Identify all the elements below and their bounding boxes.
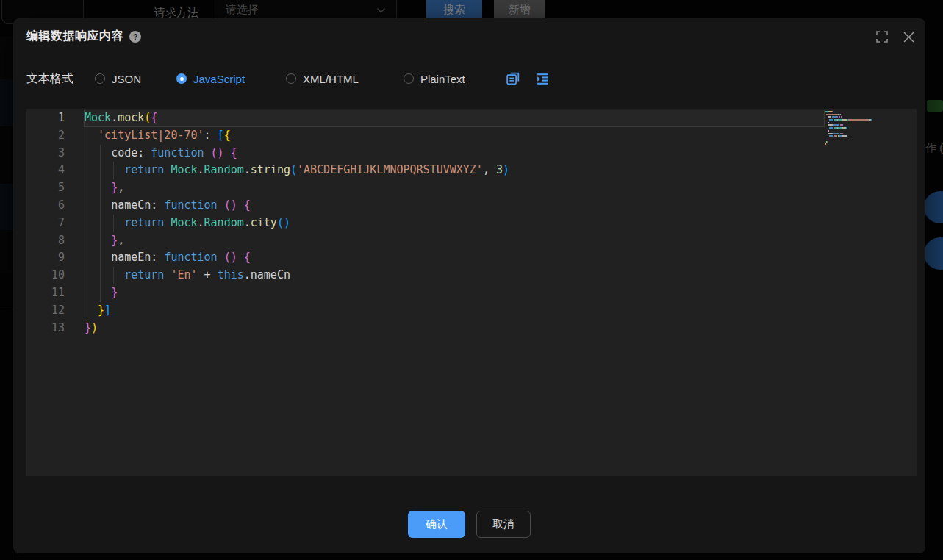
radio-icon — [286, 73, 296, 84]
line-number: 11 — [26, 284, 85, 302]
line-number: 13 — [26, 320, 85, 337]
line-number: 10 — [26, 267, 85, 284]
format-indent-icon[interactable] — [535, 71, 551, 87]
code-line[interactable]: nameEn: function () { — [85, 249, 509, 267]
radio-icon — [95, 73, 105, 84]
cancel-button[interactable]: 取消 — [476, 511, 531, 538]
edit-response-modal: 编辑数据响应内容 ? 文本格式 JSON JavaScript — [13, 18, 925, 553]
code-editor[interactable]: 12345678910111213 Mock.mock({ 'cityList|… — [26, 109, 917, 476]
line-number: 7 — [26, 215, 85, 232]
radio-icon — [176, 73, 187, 84]
radio-icon — [404, 73, 414, 84]
radio-json[interactable]: JSON — [95, 73, 141, 85]
radio-label: XML/HTML — [303, 73, 359, 85]
close-icon[interactable] — [902, 30, 915, 43]
minimap[interactable] — [825, 111, 876, 146]
editor-toolbar — [505, 71, 551, 87]
help-icon[interactable]: ? — [129, 31, 141, 43]
code-line[interactable]: return Mock.Random.string('ABCDEFGHIJKLM… — [85, 162, 509, 179]
modal-footer: 确认 取消 — [13, 511, 925, 538]
radio-plaintext[interactable]: PlainText — [404, 73, 465, 85]
copy-icon[interactable] — [505, 71, 520, 87]
code-line[interactable]: }, — [85, 179, 509, 197]
radio-javascript[interactable]: JavaScript — [176, 73, 245, 85]
page-title: 编辑数据响应内容 — [26, 29, 123, 44]
format-label: 文本格式 — [26, 71, 73, 87]
line-number: 1 — [26, 110, 85, 127]
radio-label: JavaScript — [193, 73, 245, 85]
line-number: 8 — [26, 232, 85, 250]
code-line[interactable]: }, — [85, 232, 509, 250]
radio-xml-html[interactable]: XML/HTML — [286, 73, 359, 85]
radio-label: JSON — [112, 73, 141, 85]
code-line[interactable]: Mock.mock({ — [85, 110, 509, 127]
line-number: 5 — [26, 179, 85, 197]
code-line[interactable]: return Mock.Random.city() — [85, 215, 509, 232]
line-number-gutter: 12345678910111213 — [26, 110, 85, 337]
screen: 请求方法 请选择 搜索 新增 作 ( 编辑数据响应内容 ? — [0, 0, 943, 560]
line-number: 2 — [26, 127, 85, 145]
code-line[interactable]: code: function () { — [85, 145, 509, 162]
code-line[interactable]: }] — [85, 302, 509, 320]
code-line[interactable]: 'cityList|20-70': [{ — [85, 127, 509, 145]
line-number: 6 — [26, 197, 85, 215]
code-line[interactable]: }) — [85, 320, 509, 337]
format-row: 文本格式 JSON JavaScript XML/HTML PlainText — [26, 67, 551, 90]
line-number: 9 — [26, 249, 85, 267]
confirm-button[interactable]: 确认 — [408, 511, 465, 538]
code-lines[interactable]: Mock.mock({ 'cityList|20-70': [{ code: f… — [85, 110, 509, 337]
line-number: 3 — [26, 145, 85, 162]
line-number: 12 — [26, 302, 85, 320]
code-line[interactable]: } — [85, 284, 509, 302]
modal-header: 编辑数据响应内容 ? — [26, 29, 141, 44]
radio-label: PlainText — [420, 73, 465, 85]
fullscreen-icon[interactable] — [875, 30, 889, 43]
code-line[interactable]: nameCn: function () { — [85, 197, 509, 215]
code-line[interactable]: return 'En' + this.nameCn — [85, 267, 509, 284]
line-number: 4 — [26, 162, 85, 179]
